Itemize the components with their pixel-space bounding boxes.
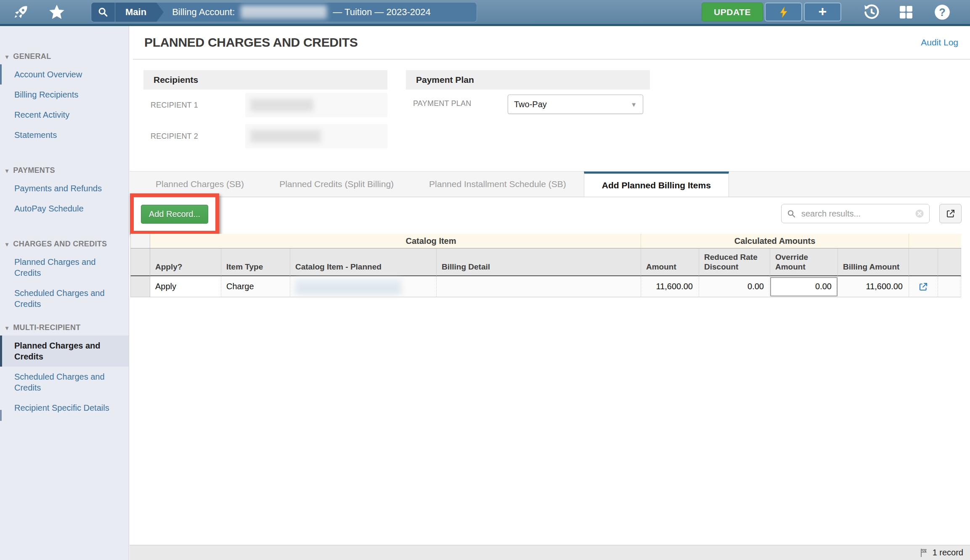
add-record-button[interactable]: Add Record... (141, 205, 208, 224)
quick-actions-button[interactable] (765, 3, 802, 21)
column-header-gutter (130, 248, 150, 276)
open-in-new-window-button[interactable] (939, 204, 962, 223)
billing-items-table: Catalog Item Calculated Amounts Apply? I… (130, 234, 961, 297)
page-title: PLANNED CHARGES AND CREDITS (144, 35, 358, 50)
sidebar-section-payments[interactable]: ▾ PAYMENTS (0, 163, 129, 178)
row-gutter[interactable] (130, 276, 150, 297)
group-header-empty (150, 234, 221, 248)
sidebar-item-scheduled-charges-and-credits[interactable]: Scheduled Charges and Credits (0, 283, 129, 314)
sidebar-item-statements[interactable]: Statements (0, 125, 129, 145)
column-header-billing-detail[interactable]: Billing Detail (437, 248, 641, 276)
breadcrumb-title: Billing Account: — Tuition — 2023-2024 (172, 5, 431, 19)
clear-search-icon[interactable] (915, 209, 924, 218)
help-icon[interactable]: ? (932, 2, 952, 22)
cell-item-type: Charge (221, 276, 290, 297)
redacted-recipient-name (250, 99, 313, 111)
page-header: PLANNED CHARGES AND CREDITS Audit Log (133, 26, 970, 60)
search-box (781, 204, 930, 223)
column-header-catalog-item-planned[interactable]: Catalog Item - Planned (290, 248, 437, 276)
sidebar-item-multi-planned-charges-and-credits[interactable]: Planned Charges and Credits (0, 335, 129, 367)
recipient-2-row: RECIPIENT 2 (143, 121, 387, 152)
redacted-catalog-item (295, 279, 401, 294)
record-count: 1 record (933, 548, 963, 557)
add-button[interactable]: + (804, 3, 841, 21)
sidebar-item-autopay-schedule[interactable]: AutoPay Schedule (0, 198, 129, 219)
column-header-override-amount[interactable]: Override Amount (770, 248, 838, 276)
recipients-panel: Recipients RECIPIENT 1 RECIPIENT 2 (143, 70, 387, 152)
sidebar-item-recent-activity[interactable]: Recent Activity (0, 105, 129, 125)
recipient-2-value (245, 124, 387, 148)
history-icon[interactable] (861, 2, 882, 22)
group-header-empty (909, 234, 961, 248)
breadcrumb-prefix: Billing Account: (172, 7, 235, 18)
audit-log-link[interactable]: Audit Log (921, 37, 958, 48)
lightning-icon (777, 6, 790, 18)
payment-plan-panel-title: Payment Plan (406, 70, 650, 90)
rocket-icon[interactable] (12, 3, 30, 21)
topbar-actions: UPDATE + (702, 2, 970, 22)
breadcrumb-suffix: — Tuition — 2023-2024 (333, 7, 430, 18)
column-header-item-type[interactable]: Item Type (221, 248, 290, 276)
sidebar-section-label: PAYMENTS (13, 166, 55, 175)
chevron-down-icon: ▼ (631, 101, 637, 108)
chevron-down-icon: ▾ (5, 325, 8, 331)
sidebar-section-label: CHARGES AND CREDITS (13, 240, 107, 248)
column-header-billing-amount[interactable]: Billing Amount (838, 248, 909, 276)
column-header-actions (909, 248, 938, 276)
tab-planned-credits-split-billing[interactable]: Planned Credits (Split Billing) (262, 172, 411, 197)
sidebar-item-multi-scheduled-charges-and-credits[interactable]: Scheduled Charges and Credits (0, 367, 129, 398)
sidebar-section-label: MULTI-RECIPIENT (13, 323, 80, 332)
breadcrumb-main-button[interactable]: Main (115, 3, 156, 22)
sidebar-item-billing-recipients[interactable]: Billing Recipients (0, 85, 129, 105)
column-header-apply[interactable]: Apply? (150, 248, 221, 276)
record-count-flag-icon (919, 548, 929, 558)
payment-plan-select[interactable]: Two-Pay ▼ (508, 95, 643, 114)
main-content: PLANNED CHARGES AND CREDITS Audit Log Re… (130, 26, 970, 560)
payment-plan-selected-value: Two-Pay (514, 100, 547, 109)
redacted-account-name (241, 5, 327, 19)
search-input[interactable] (800, 209, 915, 219)
chevron-down-icon: ▾ (5, 54, 8, 60)
apps-grid-icon[interactable] (896, 2, 916, 22)
column-header-filler (938, 248, 961, 276)
sidebar-item-account-overview[interactable]: Account Overview (0, 64, 129, 85)
favorites-star-icon[interactable] (47, 3, 66, 22)
group-header-catalog-item: Catalog Item (221, 234, 641, 248)
tab-planned-installment-schedule-sb[interactable]: Planned Installment Schedule (SB) (411, 172, 584, 197)
sidebar-section-label: GENERAL (13, 52, 51, 61)
recipients-panel-title: Recipients (143, 70, 387, 90)
column-header-reduced-rate-discount[interactable]: Reduced Rate Discount (699, 248, 770, 276)
cell-override-amount (770, 276, 838, 297)
search-icon (787, 209, 796, 219)
sidebar-item-recipient-specific-details[interactable]: Recipient Specific Details (0, 398, 129, 418)
payment-plan-label: PAYMENT PLAN (413, 99, 508, 108)
payment-plan-row: PAYMENT PLAN Two-Pay ▼ (406, 90, 650, 117)
status-bar: 1 record (130, 545, 970, 560)
open-record-icon[interactable] (918, 282, 928, 292)
recipient-1-row: RECIPIENT 1 (143, 90, 387, 121)
column-header-amount[interactable]: Amount (641, 248, 699, 276)
app-window: Main Billing Account: — Tuition — 2023-2… (0, 0, 970, 560)
sidebar-item-planned-charges-and-credits[interactable]: Planned Charges and Credits (0, 252, 129, 283)
cell-apply[interactable]: Apply (150, 276, 221, 297)
update-button[interactable]: UPDATE (702, 3, 763, 21)
search-icon[interactable] (91, 3, 115, 22)
tab-planned-charges-sb[interactable]: Planned Charges (SB) (138, 172, 262, 197)
cell-actions (909, 276, 938, 297)
cell-catalog-item-planned (290, 276, 437, 297)
sidebar-scrollbar-thumb[interactable] (0, 410, 2, 421)
sidebar-section-multi-recipient[interactable]: ▾ MULTI-RECIPIENT (0, 320, 129, 335)
breadcrumb: Main Billing Account: — Tuition — 2023-2… (91, 2, 477, 22)
sidebar-section-general[interactable]: ▾ GENERAL (0, 49, 129, 64)
chevron-down-icon: ▾ (5, 168, 8, 174)
cell-billing-detail (437, 276, 641, 297)
sidebar-item-payments-and-refunds[interactable]: Payments and Refunds (0, 178, 129, 198)
override-amount-input[interactable] (770, 277, 837, 296)
sidebar: ▾ GENERAL Account Overview Billing Recip… (0, 26, 129, 560)
tab-add-planned-billing-items[interactable]: Add Planned Billing Items (584, 172, 729, 197)
sidebar-section-charges-and-credits[interactable]: ▾ CHARGES AND CREDITS (0, 236, 129, 252)
group-header-gutter (130, 234, 150, 248)
breadcrumb-chevron (156, 3, 164, 22)
cell-reduced-rate-discount: 0.00 (699, 276, 770, 297)
recipient-2-label: RECIPIENT 2 (151, 132, 245, 141)
